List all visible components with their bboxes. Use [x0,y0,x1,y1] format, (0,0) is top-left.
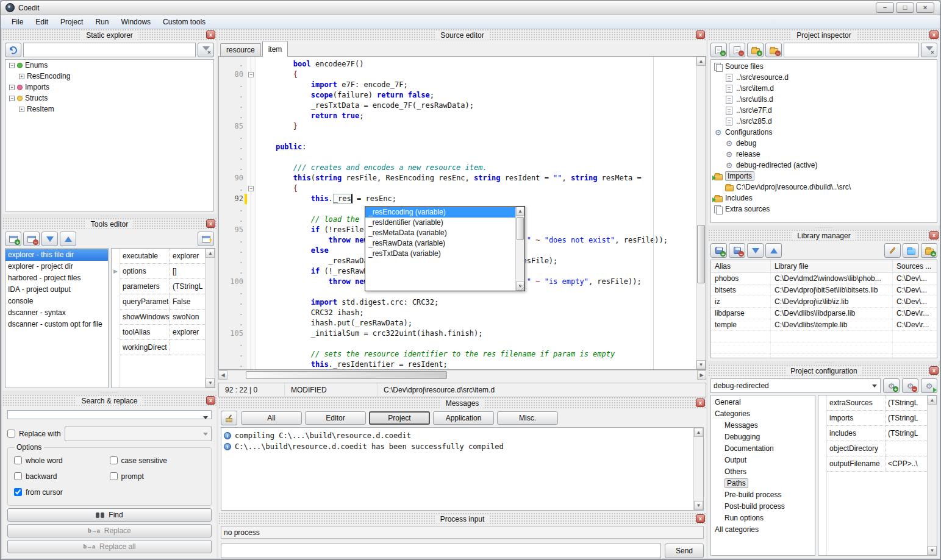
filter-button-editor[interactable]: Editor [305,411,366,425]
property-value[interactable]: (TStringL [170,279,205,294]
message-row[interactable]: icompiling C:\...\build\resource.d.coedi… [224,430,691,441]
collapse-icon[interactable]: − [9,63,15,68]
close-panel-icon[interactable]: x [206,30,215,39]
property-value[interactable]: (TStringL [886,426,920,441]
filter-button-misc[interactable]: Misc. [497,411,558,425]
scroll-up-icon[interactable]: ▲ [206,249,215,258]
replace-with-checkbox[interactable] [7,430,15,438]
completion-item[interactable]: _resEncoding (variable) [365,207,515,218]
editor-vscrollbar[interactable]: ▲ ▼ [696,57,706,369]
checkbox-case-sensitive[interactable] [110,456,118,464]
property-row[interactable]: workingDirect [120,340,205,355]
property-row[interactable]: toolAliasexplorer [120,325,205,340]
category-item[interactable]: Others [711,466,815,478]
project-tree-item[interactable]: Includes [711,193,937,204]
tab-item[interactable]: item [262,41,288,57]
property-row[interactable]: options[] [120,264,205,279]
find-button[interactable]: Find [7,508,212,522]
scrollbar-thumb[interactable] [697,225,705,283]
property-row[interactable]: queryParametFalse [120,294,205,310]
move-down-button[interactable] [41,232,58,246]
property-value[interactable]: explorer [170,249,201,263]
edit-library-button[interactable] [884,243,901,258]
close-panel-icon[interactable]: x [696,514,705,523]
close-button[interactable]: × [916,2,934,13]
expand-icon[interactable]: + [19,74,24,79]
category-item[interactable]: Pre-build process [711,489,815,501]
library-row[interactable]: izC:\Dev\dproj\iz\lib\iz.libC:\Dev\... [711,296,937,308]
project-tree-item[interactable]: Imports [711,171,937,182]
remove-library-button[interactable]: − [729,243,745,258]
symbol-filter-input[interactable] [23,43,196,57]
clear-filter-button[interactable] [921,43,937,57]
add-folder-button[interactable]: + [747,43,764,57]
fold-column[interactable]: −− [247,57,256,369]
editor-hscrollbar[interactable]: ◀ ▶ [218,370,706,380]
remove-tool-button[interactable]: − [23,232,40,246]
property-row[interactable]: showWindowsswoNon [120,310,205,325]
scroll-down-icon[interactable]: ▼ [694,501,703,510]
library-row[interactable]: templeC:\Dev\dlibs\temple.libC:\Dev\r... [711,319,937,331]
inspector-filter-input[interactable] [784,43,919,57]
property-value[interactable]: (TStringL [886,395,920,410]
list-item[interactable]: explorer - project dir [5,261,108,272]
project-tree-item[interactable]: ..\src\e7F.d [711,105,937,116]
minimize-button[interactable]: – [876,2,894,13]
checkbox-from-cursor[interactable] [14,488,22,496]
property-row[interactable]: objectDirectory [827,441,927,456]
library-from-project-button[interactable] [903,243,919,258]
close-panel-icon[interactable]: x [206,396,215,405]
process-input-field[interactable] [221,544,661,558]
remove-config-button[interactable]: ⚙− [902,378,918,393]
category-item[interactable]: All categories [711,524,815,536]
scroll-up-icon[interactable]: ▲ [696,57,706,66]
scroll-down-icon[interactable]: ▼ [206,378,215,388]
search-term-combobox[interactable] [7,410,212,419]
category-item[interactable]: Debugging [711,431,815,443]
property-value[interactable] [170,340,175,355]
checkbox-whole-word[interactable] [14,456,22,464]
collapse-icon[interactable]: − [9,96,15,101]
scroll-left-icon[interactable]: ◀ [218,370,227,380]
column-header[interactable]: Alias [711,260,771,272]
tree-item[interactable]: +ResItem [5,104,213,115]
project-tree-item[interactable]: Extra sources [711,204,937,214]
scrollbar-thumb[interactable] [246,371,447,379]
property-row[interactable]: parameters(TStringL [120,279,205,294]
resize-grip[interactable] [518,285,524,290]
clear-filter-button[interactable] [198,43,214,57]
add-config-button[interactable]: ⚙+ [883,378,900,393]
scroll-up-icon[interactable]: ▲ [516,207,524,216]
completion-item[interactable]: _resMetaData (variable) [365,228,515,238]
library-row[interactable]: libdparseC:\Dev\dlibs\libdparse.libC:\De… [711,308,937,319]
property-row[interactable]: outputFilename<CPP>..\ [827,456,927,472]
project-tree-item[interactable]: ..\src\item.d [711,83,937,94]
messages-scrollbar[interactable]: ▲ ▼ [693,428,703,510]
splitter[interactable]: ········ [708,225,940,230]
scroll-down-icon[interactable]: ▼ [696,360,706,369]
close-panel-icon[interactable]: x [696,399,705,407]
fold-collapse-icon[interactable]: − [248,72,254,77]
tools-grid-scrollbar[interactable]: ▲ ▼ [205,249,215,388]
scroll-down-icon[interactable]: ▼ [928,546,937,555]
completion-item[interactable]: _resTxtData (variable) [365,249,515,259]
category-item[interactable]: Paths [711,478,815,489]
menu-item-custom-tools[interactable]: Custom tools [157,16,212,28]
project-tree-item[interactable]: ⚙debug-redirected (active) [711,160,937,171]
popup-scrollbar[interactable]: ▲ ▼ [515,207,524,291]
filter-button-project[interactable]: Project [369,411,430,425]
list-item[interactable]: IDA - project output [5,284,108,296]
close-panel-icon[interactable]: x [929,231,939,239]
move-up-button[interactable] [765,243,782,258]
property-value[interactable]: (TStringL [886,411,920,425]
clear-messages-button[interactable] [221,411,237,425]
configuration-selector[interactable]: debug-redirected [710,378,881,393]
property-row[interactable]: imports(TStringL [827,411,927,426]
property-row[interactable]: executableexplorer [120,249,205,264]
project-tree-item[interactable]: C:\Dev\dproj\resource.d\build\..\src\ [711,182,937,193]
library-row[interactable]: phobosC:\Dev\dmd2\windows\lib\phob...C:\… [711,273,937,285]
tree-item[interactable]: +ResEncoding [5,71,213,82]
remove-file-button[interactable]: − [729,43,745,57]
move-down-button[interactable] [747,243,764,258]
tree-item[interactable]: −Structs [5,93,213,104]
